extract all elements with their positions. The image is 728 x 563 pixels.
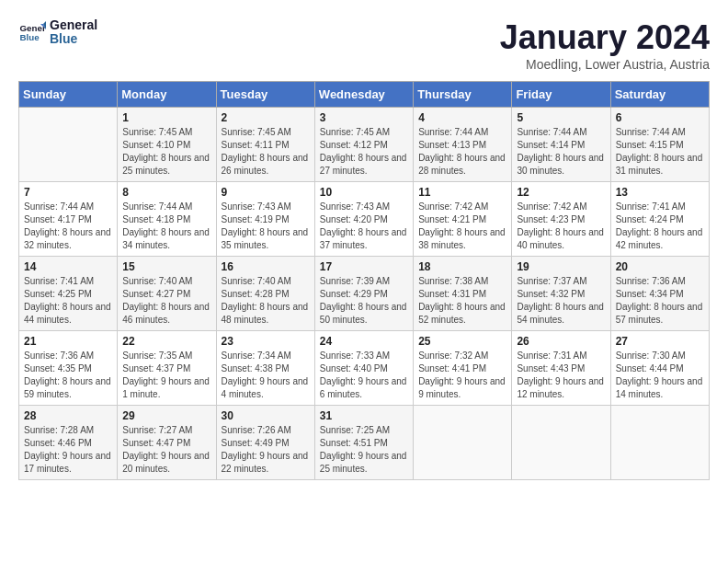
logo-icon: General Blue [18, 18, 46, 46]
logo-blue: Blue [50, 32, 97, 46]
calendar-cell: 6 Sunrise: 7:44 AM Sunset: 4:15 PM Dayli… [610, 108, 709, 182]
logo: General Blue General Blue [18, 18, 97, 47]
calendar-title: January 2024 [500, 18, 710, 57]
day-info: Sunrise: 7:44 AM Sunset: 4:13 PM Dayligh… [418, 126, 506, 178]
day-info: Sunrise: 7:36 AM Sunset: 4:34 PM Dayligh… [616, 275, 704, 327]
calendar-cell: 29 Sunrise: 7:27 AM Sunset: 4:47 PM Dayl… [118, 406, 216, 480]
calendar-cell: 7 Sunrise: 7:44 AM Sunset: 4:17 PM Dayli… [19, 182, 118, 257]
day-info: Sunrise: 7:44 AM Sunset: 4:15 PM Dayligh… [616, 126, 704, 178]
svg-text:Blue: Blue [20, 32, 40, 42]
day-info: Sunrise: 7:27 AM Sunset: 4:47 PM Dayligh… [122, 424, 210, 476]
day-info: Sunrise: 7:40 AM Sunset: 4:27 PM Dayligh… [122, 275, 210, 327]
day-number: 16 [222, 260, 310, 273]
day-number: 20 [616, 260, 704, 273]
day-info: Sunrise: 7:30 AM Sunset: 4:44 PM Dayligh… [616, 350, 704, 401]
day-info: Sunrise: 7:39 AM Sunset: 4:29 PM Dayligh… [320, 275, 408, 327]
week-row-3: 14 Sunrise: 7:41 AM Sunset: 4:25 PM Dayl… [19, 257, 710, 331]
day-info: Sunrise: 7:45 AM Sunset: 4:12 PM Dayligh… [320, 126, 408, 178]
weekday-header-row: SundayMondayTuesdayWednesdayThursdayFrid… [19, 82, 710, 108]
weekday-header-wednesday: Wednesday [314, 82, 413, 108]
calendar-cell: 26 Sunrise: 7:31 AM Sunset: 4:43 PM Dayl… [512, 331, 610, 406]
calendar-cell: 25 Sunrise: 7:32 AM Sunset: 4:41 PM Dayl… [414, 331, 512, 406]
weekday-header-thursday: Thursday [414, 82, 512, 108]
day-number: 9 [222, 186, 310, 199]
day-info: Sunrise: 7:45 AM Sunset: 4:10 PM Dayligh… [122, 126, 210, 178]
day-number: 23 [222, 335, 310, 348]
calendar-subtitle: Moedling, Lower Austria, Austria [500, 57, 710, 72]
calendar-cell: 1 Sunrise: 7:45 AM Sunset: 4:10 PM Dayli… [118, 108, 216, 182]
calendar-cell: 10 Sunrise: 7:43 AM Sunset: 4:20 PM Dayl… [314, 182, 413, 257]
calendar-cell: 30 Sunrise: 7:26 AM Sunset: 4:49 PM Dayl… [216, 406, 314, 480]
day-info: Sunrise: 7:41 AM Sunset: 4:24 PM Dayligh… [616, 201, 704, 252]
day-number: 21 [24, 335, 112, 348]
day-number: 15 [122, 260, 210, 273]
weekday-header-sunday: Sunday [19, 82, 118, 108]
day-number: 12 [517, 186, 605, 199]
calendar-cell: 13 Sunrise: 7:41 AM Sunset: 4:24 PM Dayl… [610, 182, 709, 257]
day-number: 26 [517, 335, 605, 348]
day-info: Sunrise: 7:40 AM Sunset: 4:28 PM Dayligh… [222, 275, 310, 327]
day-number: 27 [616, 335, 704, 348]
day-info: Sunrise: 7:28 AM Sunset: 4:46 PM Dayligh… [24, 424, 112, 476]
calendar-cell: 2 Sunrise: 7:45 AM Sunset: 4:11 PM Dayli… [216, 108, 314, 182]
calendar-cell: 15 Sunrise: 7:40 AM Sunset: 4:27 PM Dayl… [118, 257, 216, 331]
day-info: Sunrise: 7:44 AM Sunset: 4:14 PM Dayligh… [517, 126, 605, 178]
calendar-cell: 12 Sunrise: 7:42 AM Sunset: 4:23 PM Dayl… [512, 182, 610, 257]
day-number: 25 [418, 335, 506, 348]
logo-general: General [50, 18, 97, 32]
day-number: 11 [418, 186, 506, 199]
day-number: 6 [616, 111, 704, 124]
day-info: Sunrise: 7:36 AM Sunset: 4:35 PM Dayligh… [24, 350, 112, 401]
day-info: Sunrise: 7:43 AM Sunset: 4:19 PM Dayligh… [222, 201, 310, 252]
day-info: Sunrise: 7:44 AM Sunset: 4:17 PM Dayligh… [24, 201, 112, 252]
header: General Blue General Blue January 2024 M… [18, 18, 710, 72]
calendar-cell: 8 Sunrise: 7:44 AM Sunset: 4:18 PM Dayli… [118, 182, 216, 257]
day-info: Sunrise: 7:42 AM Sunset: 4:21 PM Dayligh… [418, 201, 506, 252]
day-number: 31 [320, 409, 408, 422]
day-number: 14 [24, 260, 112, 273]
weekday-header-saturday: Saturday [610, 82, 709, 108]
calendar-cell: 21 Sunrise: 7:36 AM Sunset: 4:35 PM Dayl… [19, 331, 118, 406]
day-info: Sunrise: 7:42 AM Sunset: 4:23 PM Dayligh… [517, 201, 605, 252]
day-number: 17 [320, 260, 408, 273]
day-number: 29 [122, 409, 210, 422]
week-row-4: 21 Sunrise: 7:36 AM Sunset: 4:35 PM Dayl… [19, 331, 710, 406]
calendar-table: SundayMondayTuesdayWednesdayThursdayFrid… [18, 81, 710, 480]
day-number: 4 [418, 111, 506, 124]
day-info: Sunrise: 7:43 AM Sunset: 4:20 PM Dayligh… [320, 201, 408, 252]
calendar-cell: 27 Sunrise: 7:30 AM Sunset: 4:44 PM Dayl… [610, 331, 709, 406]
calendar-cell [610, 406, 709, 480]
weekday-header-friday: Friday [512, 82, 610, 108]
day-number: 5 [517, 111, 605, 124]
day-info: Sunrise: 7:41 AM Sunset: 4:25 PM Dayligh… [24, 275, 112, 327]
calendar-cell [19, 108, 118, 182]
week-row-5: 28 Sunrise: 7:28 AM Sunset: 4:46 PM Dayl… [19, 406, 710, 480]
calendar-cell: 4 Sunrise: 7:44 AM Sunset: 4:13 PM Dayli… [414, 108, 512, 182]
calendar-cell: 22 Sunrise: 7:35 AM Sunset: 4:37 PM Dayl… [118, 331, 216, 406]
day-number: 28 [24, 409, 112, 422]
calendar-cell: 18 Sunrise: 7:38 AM Sunset: 4:31 PM Dayl… [414, 257, 512, 331]
calendar-cell: 23 Sunrise: 7:34 AM Sunset: 4:38 PM Dayl… [216, 331, 314, 406]
calendar-cell: 20 Sunrise: 7:36 AM Sunset: 4:34 PM Dayl… [610, 257, 709, 331]
calendar-cell: 9 Sunrise: 7:43 AM Sunset: 4:19 PM Dayli… [216, 182, 314, 257]
day-info: Sunrise: 7:38 AM Sunset: 4:31 PM Dayligh… [418, 275, 506, 327]
weekday-header-monday: Monday [118, 82, 216, 108]
day-number: 10 [320, 186, 408, 199]
day-info: Sunrise: 7:35 AM Sunset: 4:37 PM Dayligh… [122, 350, 210, 401]
day-number: 3 [320, 111, 408, 124]
day-info: Sunrise: 7:44 AM Sunset: 4:18 PM Dayligh… [122, 201, 210, 252]
calendar-cell: 3 Sunrise: 7:45 AM Sunset: 4:12 PM Dayli… [314, 108, 413, 182]
calendar-cell: 28 Sunrise: 7:28 AM Sunset: 4:46 PM Dayl… [19, 406, 118, 480]
day-number: 18 [418, 260, 506, 273]
day-info: Sunrise: 7:25 AM Sunset: 4:51 PM Dayligh… [320, 424, 408, 476]
weekday-header-tuesday: Tuesday [216, 82, 314, 108]
calendar-cell: 19 Sunrise: 7:37 AM Sunset: 4:32 PM Dayl… [512, 257, 610, 331]
week-row-1: 1 Sunrise: 7:45 AM Sunset: 4:10 PM Dayli… [19, 108, 710, 182]
day-number: 7 [24, 186, 112, 199]
day-number: 1 [122, 111, 210, 124]
calendar-cell: 16 Sunrise: 7:40 AM Sunset: 4:28 PM Dayl… [216, 257, 314, 331]
title-section: January 2024 Moedling, Lower Austria, Au… [500, 18, 710, 72]
day-info: Sunrise: 7:37 AM Sunset: 4:32 PM Dayligh… [517, 275, 605, 327]
day-info: Sunrise: 7:26 AM Sunset: 4:49 PM Dayligh… [222, 424, 310, 476]
day-number: 8 [122, 186, 210, 199]
